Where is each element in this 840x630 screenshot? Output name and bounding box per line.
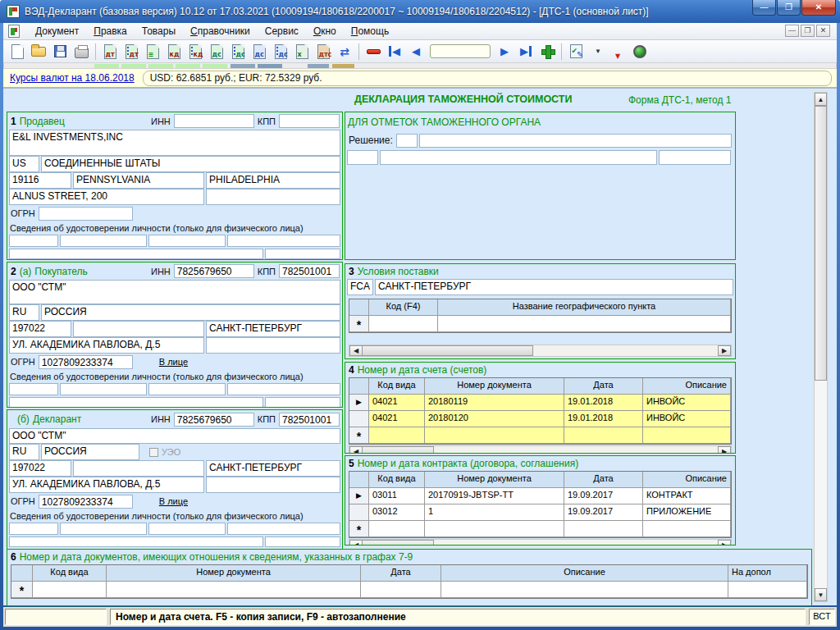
customs-field[interactable] <box>659 150 731 165</box>
buyer-ogrn-field[interactable]: 1027809233374 <box>39 355 133 369</box>
scroll-thumb[interactable] <box>362 540 434 546</box>
title-bar[interactable]: ВЭД-Декларант (базовая версия) 10.12 от … <box>0 0 840 23</box>
dt-list-icon[interactable]: дт <box>121 42 142 62</box>
buyer-in-person-link[interactable]: В лице <box>159 357 188 367</box>
identity-field[interactable] <box>265 249 340 259</box>
table-cell[interactable]: ИНВОЙС <box>643 395 731 411</box>
scroll-left-icon[interactable]: ◀ <box>349 446 363 454</box>
row-selector[interactable] <box>349 504 369 521</box>
identity-field[interactable] <box>227 235 340 247</box>
table-cell[interactable]: 20180119 <box>425 395 564 411</box>
seller-zip-field[interactable]: 19116 <box>9 172 71 189</box>
scroll-left-icon[interactable]: ◀ <box>349 540 363 546</box>
scroll-right-icon[interactable]: ▶ <box>718 345 731 356</box>
decision-code-field[interactable] <box>396 134 418 148</box>
table-cell[interactable] <box>643 427 731 444</box>
ds-blue-document-icon[interactable]: дс <box>249 42 270 62</box>
buyer-zip-field[interactable]: 197022 <box>9 321 71 337</box>
identity-field[interactable] <box>9 249 263 259</box>
declarant-region-field[interactable] <box>73 460 204 477</box>
identity-field[interactable] <box>60 383 147 395</box>
menu-pravka[interactable]: Правка <box>86 24 135 39</box>
seller-inn-field[interactable] <box>174 114 254 128</box>
row-selector[interactable]: * <box>11 582 33 598</box>
menu-dokument[interactable]: Документ <box>28 24 86 39</box>
identity-field[interactable] <box>227 523 340 535</box>
declarant-ogrn-field[interactable]: 1027809233374 <box>39 495 133 509</box>
open-document-icon[interactable] <box>28 42 49 62</box>
table-cell[interactable] <box>564 427 643 444</box>
scroll-thumb[interactable] <box>362 446 434 454</box>
seller-kpp-field[interactable] <box>279 114 340 128</box>
mdi-minimize-button[interactable]: — <box>785 25 799 37</box>
add-record-icon[interactable] <box>536 42 558 62</box>
row-selector[interactable] <box>349 411 369 427</box>
table-cell[interactable]: 04021 <box>369 395 425 411</box>
table-cell[interactable] <box>107 582 361 598</box>
table-cell[interactable] <box>425 427 564 444</box>
declarant-inn-field[interactable]: 7825679650 <box>174 413 254 427</box>
identity-field[interactable] <box>9 536 263 547</box>
row-selector[interactable]: * <box>349 521 369 537</box>
delivery-code-field[interactable]: FCA <box>347 279 373 295</box>
minimize-button[interactable]: — <box>752 0 776 16</box>
delivery-place-field[interactable]: САНКТ-ПЕТЕРБУРГ <box>375 279 733 295</box>
buyer-inn-field[interactable]: 7825679650 <box>174 264 254 278</box>
decision-text-field[interactable] <box>419 134 732 148</box>
menu-pomosch[interactable]: Помощь <box>344 24 396 39</box>
exchange-icon[interactable]: ⇄ <box>334 42 355 62</box>
table-cell[interactable]: ИНВОЙС <box>643 411 731 427</box>
identity-field[interactable] <box>60 235 147 247</box>
table-cell[interactable]: ПРИЛОЖЕНИЕ <box>643 504 731 521</box>
scroll-thumb[interactable] <box>362 345 533 356</box>
last-record-button[interactable]: ▶ <box>515 42 536 62</box>
declarant-street2-field[interactable] <box>206 477 340 493</box>
close-button[interactable]: ✕ <box>801 0 836 16</box>
table-cell[interactable]: 03012 <box>369 504 425 521</box>
identity-field[interactable] <box>148 383 226 395</box>
row-selector[interactable]: * <box>349 316 369 332</box>
buyer-country-field[interactable]: РОССИЯ <box>41 304 340 321</box>
row-selector[interactable]: ▶ <box>349 395 369 411</box>
table-cell[interactable] <box>361 582 441 598</box>
identity-field[interactable] <box>148 235 226 247</box>
restore-button[interactable]: ❐ <box>777 0 801 16</box>
declarant-country-code-field[interactable]: RU <box>9 444 39 460</box>
seller-street2-field[interactable] <box>206 189 340 205</box>
table-cell[interactable] <box>369 427 425 444</box>
verify-document-icon[interactable] <box>565 42 587 62</box>
table-cell[interactable]: 19.09.2017 <box>564 488 643 504</box>
table-cell[interactable]: 04021 <box>369 411 425 427</box>
seller-country-field[interactable]: СОЕДИНЕННЫЕ ШТАТЫ <box>41 156 340 172</box>
ds-blue-list-icon[interactable]: дс <box>270 42 291 62</box>
scroll-right-icon[interactable]: ▶ <box>718 540 731 546</box>
declarant-kpp-field[interactable]: 782501001 <box>279 413 340 427</box>
buyer-city-field[interactable]: САНКТ-ПЕТЕРБУРГ <box>206 321 340 337</box>
status-light-icon[interactable] <box>629 42 651 62</box>
buyer-country-code-field[interactable]: RU <box>9 304 39 321</box>
mdi-restore-button[interactable]: ❐ <box>801 25 815 37</box>
table-cell[interactable]: 1 <box>425 504 564 521</box>
excel-export-icon[interactable]: x <box>291 42 313 62</box>
declarant-city-field[interactable]: САНКТ-ПЕТЕРБУРГ <box>206 460 340 477</box>
table-cell[interactable] <box>728 582 807 598</box>
identity-field[interactable] <box>9 523 58 535</box>
row-selector[interactable]: * <box>349 427 369 444</box>
declarant-street-field[interactable]: УЛ. АКАДЕМИКА ПАВЛОВА, Д.5 <box>9 477 204 493</box>
delete-record-icon[interactable] <box>363 42 384 62</box>
invoices-hscrollbar[interactable]: ◀ ▶ <box>349 445 732 454</box>
kd-document-icon[interactable]: кд <box>163 42 185 62</box>
table-cell[interactable]: КОНТРАКТ <box>643 488 731 504</box>
ds-document-icon[interactable]: дс <box>206 42 227 62</box>
buyer-street2-field[interactable] <box>206 337 340 354</box>
table-cell[interactable] <box>425 521 564 537</box>
new-document-icon[interactable] <box>7 42 28 62</box>
customs-field[interactable] <box>347 150 378 165</box>
identity-field[interactable] <box>148 523 226 535</box>
table-cell[interactable] <box>369 316 438 332</box>
buyer-name-field[interactable]: ООО "СТМ" <box>9 280 340 304</box>
first-record-button[interactable]: ◀ <box>384 42 405 62</box>
scroll-left-icon[interactable]: ◀ <box>349 345 363 356</box>
buyer-region-field[interactable] <box>73 321 204 337</box>
menu-okno[interactable]: Окно <box>306 24 344 39</box>
